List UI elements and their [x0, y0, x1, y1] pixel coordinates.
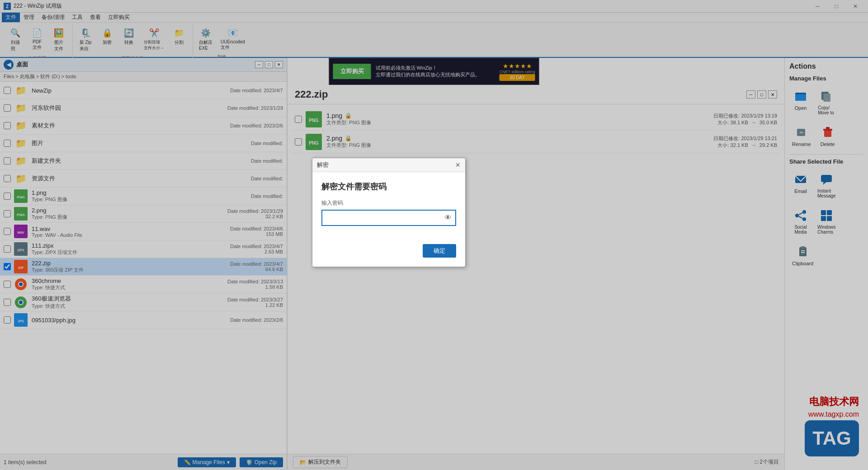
password-input-wrap: 👁: [321, 210, 456, 226]
ok-button[interactable]: 确定: [423, 244, 456, 258]
password-dialog: 解密 ✕ 解密文件需要密码 输入密码 👁 确定: [312, 158, 466, 267]
dialog-titlebar: 解密 ✕: [312, 158, 465, 172]
toggle-password-button[interactable]: 👁: [444, 214, 452, 222]
password-input[interactable]: [326, 212, 444, 223]
dialog-overlay: 解密 ✕ 解密文件需要密码 输入密码 👁 确定: [0, 0, 868, 470]
dialog-body: 解密文件需要密码 输入密码 👁: [312, 172, 465, 244]
password-label: 输入密码: [321, 199, 456, 207]
dialog-heading: 解密文件需要密码: [321, 181, 456, 192]
dialog-title: 解密: [317, 161, 329, 169]
dialog-close-button[interactable]: ✕: [455, 161, 461, 169]
dialog-footer: 确定: [312, 244, 465, 267]
